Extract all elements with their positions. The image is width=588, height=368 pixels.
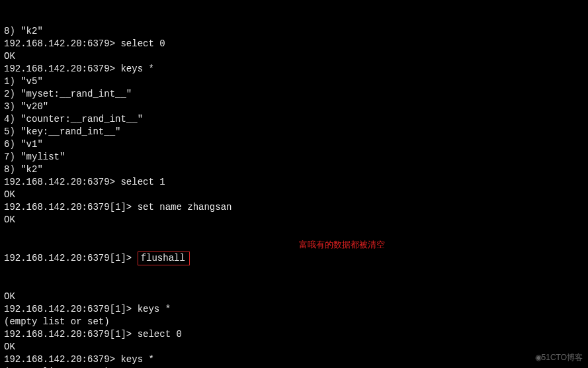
terminal-line: (empty list or set) [4,316,584,328]
terminal-line: 8) "k2" [4,163,584,176]
terminal-line: OK [4,50,584,63]
watermark: ◉51CTO博客 [535,351,583,364]
terminal-line: 7) "mylist" [4,151,584,163]
terminal-line: 1) "v5" [4,75,584,88]
terminal-output[interactable]: 8) "k2"192.168.142.20:6379> select 0OK19… [0,0,588,368]
terminal-line: 192.168.142.20:6379> keys * [4,353,584,366]
terminal-line: OK [4,214,584,226]
terminal-line: 192.168.142.20:6379[1]> select 0 [4,328,584,341]
terminal-line: 192.168.142.20:6379[1]> set name zhangsa… [4,201,584,214]
terminal-line: OK [4,291,584,303]
terminal-line: OK [4,189,584,201]
terminal-line: 3) "v20" [4,101,584,113]
terminal-line: 192.168.142.20:6379> select 1 [4,176,584,189]
terminal-line: 192.168.142.20:6379> keys * [4,63,584,75]
terminal-line: 6) "v1" [4,138,584,151]
terminal-line: 192.168.142.20:6379> select 0 [4,38,584,50]
terminal-line: 4) "counter:__rand_int__" [4,113,584,126]
logo-icon: ◉ [535,353,542,362]
terminal-line: 8) "k2" [4,25,584,38]
highlighted-command: flushall [141,253,185,263]
terminal-line: OK [4,341,584,353]
annotation-text: 富哦有的数据都被清空 [299,238,385,251]
terminal-line: 5) "key:__rand_int__" [4,126,584,138]
highlighted-command-box: flushall [138,252,190,265]
prompt: 192.168.142.20:6379[1]> [4,253,138,263]
terminal-line: 2) "myset:__rand_int__" [4,88,584,101]
terminal-line: 192.168.142.20:6379[1]> keys * [4,303,584,316]
